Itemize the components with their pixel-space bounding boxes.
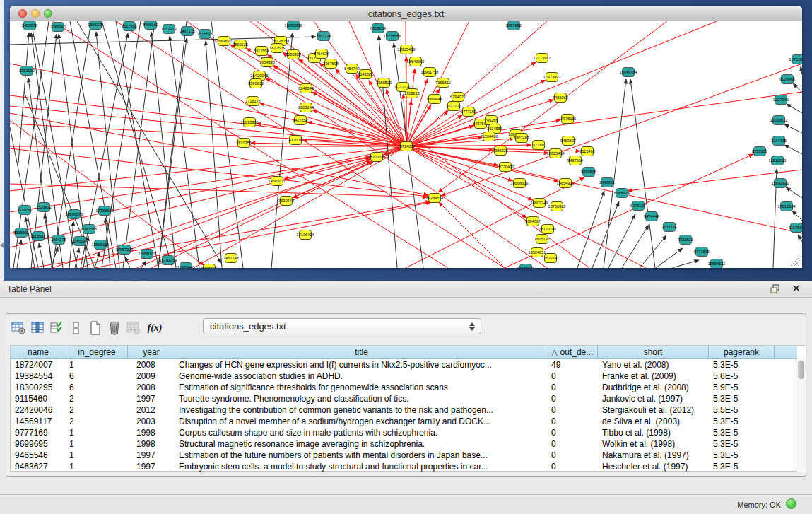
- graph-edge[interactable]: [784, 145, 802, 154]
- graph-edge[interactable]: [787, 104, 802, 113]
- graph-node[interactable]: 1810755: [236, 139, 252, 148]
- table-row[interactable]: 2242004622012Investigating the contribut…: [11, 404, 797, 416]
- table-cell[interactable]: 0: [548, 416, 598, 427]
- table-cell[interactable]: 5.3E-5: [709, 393, 775, 404]
- graph-edge[interactable]: [438, 21, 667, 192]
- table-row[interactable]: 911546021997Tourette syndrome. Phenomeno…: [11, 393, 797, 404]
- graph-node[interactable]: 1588520: [376, 78, 392, 88]
- graph-edge[interactable]: [123, 21, 155, 268]
- table-cell[interactable]: 1: [66, 450, 128, 461]
- table-row[interactable]: 1830029562008Estimation of significance …: [11, 382, 797, 393]
- table-row[interactable]: 1456911722003Disruption of a novel membe…: [11, 416, 797, 427]
- graph-edge[interactable]: [608, 214, 635, 268]
- graph-edge[interactable]: [656, 248, 683, 268]
- table-cell[interactable]: 5.9E-5: [709, 382, 775, 393]
- table-row[interactable]: 969969511998Structural magnetic resonanc…: [11, 438, 797, 450]
- graph-node[interactable]: 10973493: [543, 73, 561, 82]
- graph-node[interactable]: 9115460: [579, 147, 594, 156]
- graph-edge[interactable]: [439, 202, 505, 268]
- table-cell[interactable]: Franke et al. (2009): [598, 370, 709, 382]
- network-graph[interactable]: 2405572206914010653251527602846616010719…: [10, 21, 802, 268]
- table-cell[interactable]: 6: [66, 382, 128, 393]
- graph-edge[interactable]: [406, 92, 802, 146]
- network-canvas[interactable]: 2405572206914010653251527602846616010719…: [10, 21, 802, 268]
- graph-node[interactable]: 3427552: [293, 116, 308, 125]
- graph-node[interactable]: 2069140: [50, 23, 66, 32]
- graph-node[interactable]: 19384554: [426, 194, 444, 203]
- graph-edge[interactable]: [592, 201, 619, 268]
- table-cell[interactable]: Embryonic stem cells: a model to study s…: [175, 461, 548, 472]
- column-settings-button[interactable]: [9, 318, 28, 338]
- unselect-columns-button[interactable]: [66, 318, 86, 338]
- graph-node[interactable]: 9227343: [773, 95, 789, 105]
- table-cell[interactable]: 9465546: [11, 450, 66, 461]
- table-cell[interactable]: Investigating the contribution of common…: [175, 404, 548, 416]
- graph-edge[interactable]: [577, 191, 604, 268]
- graph-node[interactable]: 18325419: [398, 45, 416, 54]
- graph-node[interactable]: 2935114: [661, 223, 676, 232]
- graph-node[interactable]: 8471676: [694, 247, 710, 257]
- table-cell[interactable]: 0: [548, 370, 598, 382]
- table-cell[interactable]: Estimation of significance thresholds fo…: [175, 382, 548, 393]
- graph-edge[interactable]: [801, 66, 802, 74]
- create-column-button[interactable]: [86, 318, 105, 338]
- graph-node[interactable]: 417008: [289, 136, 302, 145]
- column-header-0[interactable]: name: [11, 346, 66, 359]
- delete-column-button[interactable]: [105, 318, 124, 338]
- table-cell[interactable]: Yano et al. (2008): [598, 359, 709, 370]
- graph-node[interactable]: 9497564: [567, 156, 583, 165]
- graph-edge[interactable]: [336, 69, 406, 146]
- table-cell[interactable]: 1: [66, 461, 128, 472]
- memory-status-indicator[interactable]: [786, 498, 796, 509]
- graph-node[interactable]: 1621022: [446, 102, 461, 111]
- graph-node[interactable]: 2718176: [245, 97, 261, 106]
- graph-node[interactable]: 17016504: [778, 202, 796, 211]
- graph-node[interactable]: 2367608: [323, 59, 339, 69]
- graph-node[interactable]: 9463627: [560, 136, 576, 146]
- graph-edge[interactable]: [10, 148, 428, 197]
- graph-edge[interactable]: [406, 146, 558, 182]
- table-row[interactable]: 946554611997Estimation of the future num…: [11, 450, 797, 461]
- graph-node[interactable]: 19218586: [384, 32, 401, 41]
- graph-edge[interactable]: [96, 32, 119, 268]
- graph-edge[interactable]: [10, 159, 370, 247]
- graph-node[interactable]: 9474444: [644, 212, 659, 221]
- table-cell[interactable]: 2: [66, 416, 128, 427]
- graph-edge[interactable]: [784, 124, 802, 133]
- graph-node[interactable]: 16782759: [160, 256, 177, 265]
- table-cell[interactable]: 1: [66, 438, 128, 450]
- table-cell[interactable]: Estimation of the future numbers of pati…: [175, 450, 548, 461]
- graph-edge[interactable]: [406, 146, 533, 200]
- table-cell[interactable]: 2008: [128, 359, 175, 370]
- graph-edge[interactable]: [102, 21, 172, 268]
- graph-node[interactable]: 1467135: [180, 27, 195, 36]
- graph-edge[interactable]: [672, 260, 699, 268]
- graph-edge[interactable]: [125, 257, 130, 268]
- graph-node[interactable]: 17359928: [96, 206, 114, 216]
- table-cell[interactable]: 14569117: [11, 416, 66, 427]
- graph-node[interactable]: 10756928: [548, 202, 566, 211]
- table-cell[interactable]: 5.3E-5: [709, 438, 775, 450]
- graph-edge[interactable]: [95, 252, 100, 268]
- graph-node[interactable]: 16210613: [769, 156, 787, 165]
- graph-node[interactable]: 16053809: [285, 21, 302, 30]
- table-cell[interactable]: Changes of HCN gene expression and I(f) …: [175, 359, 548, 370]
- graph-node[interactable]: 9465546: [201, 264, 217, 269]
- graph-node[interactable]: 1244415: [771, 136, 787, 146]
- table-cell[interactable]: Disruption of a novel member of a sodium…: [175, 416, 548, 427]
- graph-node[interactable]: 16640910: [407, 57, 425, 66]
- table-cell[interactable]: 18724007: [11, 359, 66, 370]
- graph-node[interactable]: 18720407: [497, 163, 514, 172]
- graph-node[interactable]: 21364486: [481, 132, 498, 141]
- table-cell[interactable]: Genome-wide association studies in ADHD.: [175, 370, 548, 382]
- graph-node[interactable]: 1394275: [51, 235, 66, 245]
- column-header-1[interactable]: in_degree: [66, 346, 128, 359]
- table-row[interactable]: 1872400712008Changes of HCN gene express…: [11, 359, 797, 370]
- graph-node[interactable]: 1527602: [122, 22, 137, 31]
- graph-node[interactable]: 7663822: [216, 37, 232, 46]
- graph-node[interactable]: 746266: [485, 116, 498, 125]
- graph-node[interactable]: 18724007: [398, 142, 416, 151]
- graph-edge[interactable]: [630, 79, 655, 268]
- graph-node[interactable]: 6179197: [630, 201, 646, 211]
- graph-node[interactable]: 252274: [544, 254, 558, 263]
